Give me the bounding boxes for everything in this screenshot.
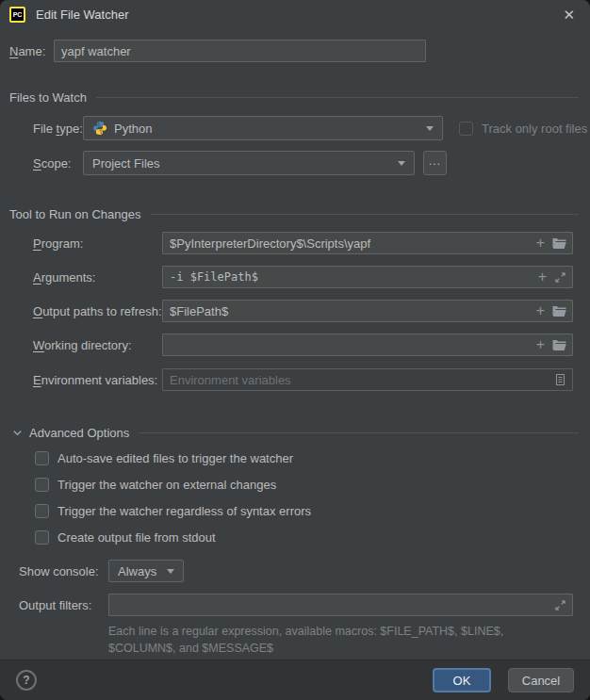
browse-folder-icon[interactable] (552, 339, 566, 351)
cancel-button[interactable]: Cancel (508, 668, 574, 692)
insert-macro-icon[interactable]: + (538, 269, 547, 285)
chevron-down-icon (426, 126, 434, 131)
name-row: Name: (9, 40, 581, 62)
env-variables-list-icon[interactable] (554, 373, 566, 386)
output-filters-help-text: Each line is a regular expression, avail… (108, 623, 573, 657)
file-type-value: Python (114, 122, 152, 136)
dialog-title: Edit File Watcher (36, 8, 129, 22)
insert-macro-icon[interactable]: + (536, 236, 545, 251)
name-label: Name: (9, 44, 54, 58)
output-paths-row: Output paths to refresh: + (0, 300, 590, 322)
arguments-label: Arguments: (33, 270, 162, 285)
output-filters-label: Output filters: (19, 598, 108, 612)
track-only-root-files-checkbox[interactable] (459, 122, 473, 136)
external-changes-option-row: Trigger the watcher on external changes (0, 478, 590, 492)
file-type-dropdown[interactable]: Python (83, 116, 443, 140)
environment-variables-label: Environment variables: (33, 373, 162, 387)
chevron-down-icon (167, 569, 174, 574)
tool-section-title: Tool to Run on Changes (9, 207, 140, 221)
file-type-row: File type: Python Track only root files (0, 116, 590, 140)
advanced-options-header[interactable]: Advanced Options (12, 426, 579, 440)
expand-icon[interactable] (554, 271, 566, 284)
show-console-dropdown[interactable]: Always (108, 560, 184, 582)
output-filters-input[interactable] (108, 594, 573, 616)
arguments-input[interactable] (162, 266, 573, 288)
working-directory-input[interactable] (162, 334, 573, 356)
environment-variables-input[interactable] (162, 368, 573, 391)
help-icon[interactable]: ? (16, 670, 37, 691)
insert-macro-icon[interactable]: + (536, 303, 545, 318)
advanced-options-title: Advanced Options (29, 426, 129, 440)
stdout-checkbox[interactable] (35, 530, 49, 545)
track-only-root-files-label: Track only root files (482, 122, 587, 136)
syntax-errors-checkbox[interactable] (35, 504, 49, 518)
edit-file-watcher-dialog: PC Edit File Watcher ✕ Name: Files to Wa… (0, 0, 590, 700)
tool-section-header: Tool to Run on Changes (9, 207, 579, 221)
scope-value: Project Files (92, 156, 160, 171)
close-icon[interactable]: ✕ (563, 8, 575, 22)
scope-dropdown[interactable]: Project Files (83, 151, 415, 175)
section-divider (96, 97, 579, 98)
show-console-value: Always (118, 564, 156, 578)
scope-label: Scope: (33, 156, 83, 171)
files-to-watch-header: Files to Watch (9, 90, 579, 105)
dialog-footer: ? OK Cancel (0, 659, 590, 700)
output-filters-row: Output filters: (0, 594, 590, 616)
program-row: Program: + (0, 232, 590, 254)
show-console-label: Show console: (19, 564, 108, 578)
ok-button[interactable]: OK (433, 668, 491, 692)
working-directory-row: Working directory: + (0, 334, 590, 356)
external-changes-label: Trigger the watcher on external changes (57, 478, 276, 492)
title-bar: PC Edit File Watcher ✕ (0, 0, 590, 28)
section-divider (139, 432, 579, 433)
arguments-row: Arguments: + (0, 266, 590, 288)
python-icon (92, 121, 107, 136)
output-paths-input[interactable] (162, 300, 573, 322)
syntax-errors-label: Trigger the watcher regardless of syntax… (57, 504, 311, 518)
name-input[interactable] (54, 40, 426, 62)
insert-macro-icon[interactable]: + (536, 337, 545, 352)
file-type-label: File type: (33, 122, 83, 136)
output-paths-label: Output paths to refresh: (33, 304, 162, 318)
program-label: Program: (33, 236, 162, 251)
environment-variables-row: Environment variables: (0, 368, 590, 391)
stdout-label: Create output file from stdout (57, 530, 216, 545)
autosave-option-row: Auto-save edited files to trigger the wa… (0, 451, 590, 465)
section-divider (150, 214, 579, 215)
autosave-label: Auto-save edited files to trigger the wa… (57, 451, 293, 465)
stdout-option-row: Create output file from stdout (0, 530, 590, 545)
files-to-watch-title: Files to Watch (9, 90, 87, 105)
external-changes-checkbox[interactable] (35, 478, 49, 492)
working-directory-label: Working directory: (33, 338, 162, 352)
expand-icon[interactable] (554, 599, 566, 611)
scope-browse-button[interactable]: ... (423, 151, 447, 175)
program-input[interactable] (162, 232, 573, 254)
track-only-root-files-option: Track only root files (459, 122, 587, 136)
scope-row: Scope: Project Files ... (0, 151, 590, 175)
browse-folder-icon[interactable] (552, 305, 566, 317)
browse-folder-icon[interactable] (552, 237, 566, 250)
syntax-errors-option-row: Trigger the watcher regardless of syntax… (0, 504, 590, 518)
show-console-row: Show console: Always (0, 560, 590, 582)
autosave-checkbox[interactable] (35, 451, 49, 465)
pycharm-logo-icon: PC (9, 7, 25, 23)
chevron-down-icon (398, 161, 405, 166)
chevron-down-icon[interactable] (12, 428, 23, 438)
